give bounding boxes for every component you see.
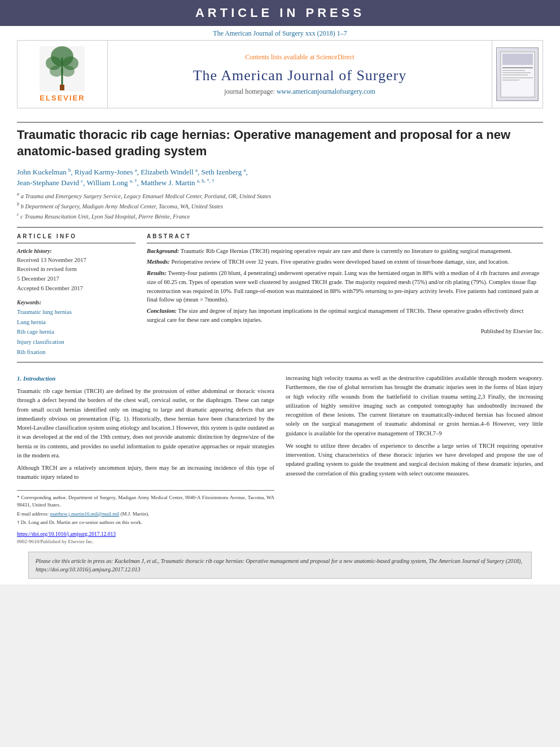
revised-date: 5 December 2017 [17, 274, 135, 284]
background-text: Traumatic Rib Cage Hernias (TRCH) requir… [181, 248, 512, 254]
methods-text: Perioperative review of TRCH over 32 yea… [171, 259, 509, 265]
sciencedirect-line: Contents lists available at ScienceDirec… [245, 53, 354, 62]
article-info-abstract-cols: ARTICLE INFO Article history: Received 1… [17, 233, 543, 357]
svg-rect-13 [502, 72, 531, 73]
affiliation-b: b b Department of Surgery, Madigan Army … [17, 201, 543, 211]
journal-homepage-line: journal homepage: www.americanjournalofs… [224, 88, 375, 96]
received-date: Received 13 November 2017 [17, 256, 135, 265]
doi-line: https://doi.org/10.1016/j.amjsurg.2017.1… [17, 530, 274, 539]
email-link[interactable]: matthew.j.martin16.mil@mail.mil [50, 511, 119, 517]
intro-right-para2: We sought to utilize three decades of ex… [286, 442, 543, 478]
footnote-area: * Corresponding author. Department of Su… [17, 490, 274, 527]
intro-right-para1: increasing high velocity trauma as well … [286, 374, 543, 438]
intro-section-title: 1. Introduction [17, 374, 274, 383]
affiliation-a: a a Trauma and Emergency Surgery Service… [17, 191, 543, 200]
intro-para2: Although TRCH are a relatively uncommon … [17, 464, 274, 482]
body-two-col: 1. Introduction Traumatic rib cage herni… [17, 374, 543, 546]
email-line: E-mail address: matthew.j.martin16.mil@m… [17, 510, 274, 518]
conclusion-text: The size and degree of injury has import… [147, 308, 523, 323]
sciencedirect-prefix: Contents lists available at [245, 53, 316, 61]
article-info-header: ARTICLE INFO [17, 233, 135, 239]
svg-rect-7 [60, 85, 64, 90]
elsevier-tree-icon [40, 46, 85, 91]
svg-rect-16 [502, 80, 519, 81]
article-title: Traumatic thoracic rib cage hernias: Ope… [17, 127, 543, 159]
cosenior-note: † Dr. Long and Dr. Martin are co-senior … [17, 519, 274, 527]
authors-text: John Kuckelman b, Riyad Karmy-Jones a, E… [17, 168, 248, 187]
citation-bar: Please cite this article in press as: Ku… [28, 552, 532, 579]
keywords-label: Keywords: [17, 298, 135, 307]
accepted-date: Accepted 6 December 2017 [17, 284, 135, 294]
sciencedirect-label[interactable]: ScienceDirect [316, 53, 354, 61]
svg-rect-10 [502, 54, 533, 65]
keyword-3: Injury classification [17, 337, 135, 347]
mid-divider [17, 227, 543, 228]
abstract-content: Background: Traumatic Rib Cage Hernias (… [147, 243, 543, 336]
svg-rect-14 [502, 75, 528, 76]
intro-para1: Traumatic rib cage hernias (TRCH) are de… [17, 387, 274, 460]
svg-point-6 [61, 65, 75, 77]
elsevier-text: ELSEVIER [40, 94, 85, 102]
email-suffix: (M.J. Martin). [120, 511, 149, 517]
received-revised-label: Received in revised form [17, 265, 135, 274]
affiliations: a a Trauma and Emergency Surgery Service… [17, 191, 543, 221]
journal-thumbnail [496, 47, 539, 101]
journal-title: The American Journal of Surgery [193, 67, 407, 84]
abstract-results: Results: Twenty-four patients (20 blunt,… [147, 269, 543, 304]
journal-header-center: Contents lists available at ScienceDirec… [108, 41, 492, 108]
homepage-url[interactable]: www.americanjournalofsurgery.com [277, 88, 375, 95]
homepage-prefix: journal homepage: [224, 88, 277, 95]
keyword-4: Rib fixation [17, 347, 135, 357]
body-right-col: increasing high velocity trauma as well … [286, 374, 543, 546]
article-banner: ARTICLE IN PRESS [0, 0, 560, 26]
corresponding-note: * Corresponding author. Department of Su… [17, 494, 274, 509]
keyword-1: Lung hernia [17, 317, 135, 327]
article-info-col: ARTICLE INFO Article history: Received 1… [17, 233, 135, 357]
results-text: Twenty-four patients (20 blunt, 4 penetr… [147, 270, 539, 303]
abstract-methods: Methods: Perioperative review of TRCH ov… [147, 257, 543, 267]
results-label: Results: [147, 270, 167, 276]
citation-text: Please cite this article in press as: Ku… [36, 558, 522, 573]
abstract-background: Background: Traumatic Rib Cage Hernias (… [147, 247, 543, 256]
abstract-conclusion: Conclusion: The size and degree of injur… [147, 307, 543, 325]
journal-header: ELSEVIER Contents lists available at Sci… [17, 40, 543, 108]
top-divider [17, 122, 543, 123]
svg-rect-12 [502, 70, 525, 71]
journal-header-right [492, 41, 542, 108]
keyword-0: Traumatic lung hernias [17, 307, 135, 317]
abstract-published: Published by Elsevier Inc. [147, 327, 543, 336]
abstract-col: ABSTRACT Background: Traumatic Rib Cage … [147, 233, 543, 357]
doi-link[interactable]: https://doi.org/10.1016/j.amjsurg.2017.1… [17, 531, 116, 537]
journal-link[interactable]: The American Journal of Surgery xxx (201… [213, 29, 347, 37]
abstract-header: ABSTRACT [147, 233, 543, 239]
svg-rect-15 [502, 77, 533, 78]
background-label: Background: [147, 248, 179, 254]
body-left-col: 1. Introduction Traumatic rib cage herni… [17, 374, 274, 546]
keyword-2: Rib cage hernia [17, 327, 135, 337]
article-banner-text: ARTICLE IN PRESS [195, 6, 365, 20]
page-wrapper: ARTICLE IN PRESS The American Journal of… [0, 0, 560, 584]
authors-line: John Kuckelman b, Riyad Karmy-Jones a, E… [17, 166, 543, 189]
body-divider [17, 362, 543, 362]
elsevier-logo: ELSEVIER [40, 46, 85, 102]
methods-label: Methods: [147, 259, 170, 265]
conclusion-label: Conclusion: [147, 308, 177, 314]
keywords-list: Traumatic lung hernias Lung hernia Rib c… [17, 307, 135, 357]
journal-link-bar: The American Journal of Surgery xxx (201… [0, 26, 560, 40]
history-label: Article history: [17, 247, 135, 256]
journal-header-left: ELSEVIER [18, 41, 108, 108]
article-info-content: Article history: Received 13 November 20… [17, 243, 135, 357]
affiliation-c: c c Trauma Resuscitation Unit, Lyon Sud … [17, 211, 543, 221]
content-area: Traumatic thoracic rib cage hernias: Ope… [0, 108, 560, 584]
issn-line: 0002-9610/Published by Elsevier Inc. [17, 538, 274, 546]
email-label: E-mail address: [17, 511, 49, 517]
keywords-section: Keywords: Traumatic lung hernias Lung he… [17, 298, 135, 357]
svg-rect-11 [502, 67, 533, 68]
